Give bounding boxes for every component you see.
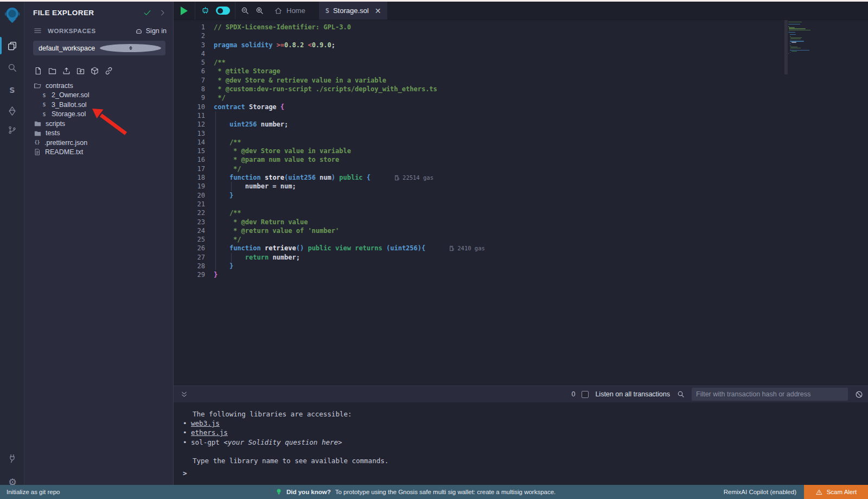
line-number[interactable]: 18 (174, 173, 205, 182)
line-number[interactable]: 26 (174, 244, 205, 252)
line-number[interactable]: 12 (174, 120, 205, 129)
code-line[interactable]: 8 * @custom:dev-run-script ./scripts/dep… (174, 85, 485, 93)
file-row--prettierrc-json[interactable]: {}.prettierrc.json (24, 138, 173, 148)
git-icon[interactable] (0, 119, 24, 140)
line-number[interactable]: 8 (174, 85, 205, 93)
new-file-icon[interactable] (34, 66, 43, 75)
line-number[interactable]: 4 (174, 49, 205, 58)
code-line[interactable]: 21 (174, 200, 485, 209)
line-number[interactable]: 29 (174, 270, 205, 279)
code-line[interactable]: 11 (174, 111, 485, 120)
line-number[interactable]: 20 (174, 191, 205, 200)
code-line[interactable]: 7 * @dev Store & retrieve value in a var… (174, 76, 485, 85)
transaction-filter-input[interactable] (692, 388, 848, 401)
line-number[interactable]: 17 (174, 165, 205, 173)
tab-storage-sol[interactable]: S Storage.sol ✕ (319, 2, 388, 20)
file-row-storage-sol[interactable]: SStorage.sol (24, 110, 173, 119)
git-init-button[interactable]: Initialize as git repo (7, 489, 60, 495)
panel-forward-icon[interactable] (158, 9, 167, 17)
deploy-run-icon[interactable] (0, 100, 24, 121)
folder-row-contracts[interactable]: contracts (24, 81, 173, 91)
minimap-slider[interactable] (784, 20, 788, 74)
code-editor[interactable]: 1// SPDX-License-Identifier: GPL-3.023pr… (174, 20, 868, 386)
line-number[interactable]: 6 (174, 67, 205, 75)
terminal-search-icon[interactable] (676, 390, 685, 399)
line-number[interactable]: 7 (174, 76, 205, 85)
ai-copilot-robot-icon[interactable] (200, 5, 210, 16)
line-number[interactable]: 16 (174, 155, 205, 164)
code-line[interactable]: 14 /** (174, 138, 485, 147)
workspaces-menu-icon[interactable] (33, 26, 42, 35)
copilot-toggle[interactable] (216, 7, 230, 15)
code-line[interactable]: 6 * @title Storage (174, 67, 485, 75)
code-line[interactable]: 28 } (174, 262, 485, 270)
ipfs-publish-icon[interactable] (90, 66, 99, 75)
plugin-manager-icon[interactable] (0, 448, 24, 469)
code-line[interactable]: 25 */ (174, 235, 485, 244)
folder-row-scripts[interactable]: scripts (24, 119, 173, 129)
line-number[interactable]: 27 (174, 253, 205, 262)
code-line[interactable]: 5/** (174, 58, 485, 67)
code-line[interactable]: 10contract Storage { (174, 103, 485, 111)
terminal-link[interactable]: web3.js (191, 419, 220, 427)
code-line[interactable]: 15 * @dev Store value in variable (174, 147, 485, 155)
code-line[interactable]: 20 } (174, 191, 485, 200)
code-line[interactable]: 27 return number; (174, 253, 485, 262)
line-number[interactable]: 1 (174, 23, 205, 31)
code-line[interactable]: 1// SPDX-License-Identifier: GPL-3.0 (174, 23, 485, 31)
folder-row-tests[interactable]: tests (24, 129, 173, 138)
line-number[interactable]: 25 (174, 235, 205, 244)
upload-file-icon[interactable] (62, 66, 71, 75)
line-number[interactable]: 19 (174, 182, 205, 191)
code-line[interactable]: 19 number = num; (174, 182, 485, 191)
line-number[interactable]: 5 (174, 58, 205, 67)
line-number[interactable]: 21 (174, 200, 205, 209)
code-line[interactable]: 16 * @param num value to store (174, 155, 485, 164)
scam-alert-button[interactable]: Scam Alert (804, 485, 868, 499)
zoom-out-icon[interactable] (240, 6, 250, 15)
line-number[interactable]: 15 (174, 147, 205, 155)
copilot-status[interactable]: RemixAI Copilot (enabled) (724, 489, 796, 495)
check-icon[interactable] (143, 8, 152, 17)
tab-home[interactable]: Home (270, 7, 314, 15)
terminal-link[interactable]: ethers.js (191, 428, 228, 437)
sign-in-button[interactable]: Sign in (135, 27, 167, 35)
code-line[interactable]: 26 function retrieve() public view retur… (174, 244, 485, 252)
zoom-in-icon[interactable] (255, 6, 264, 15)
file-row-readme-txt[interactable]: README.txt (24, 148, 173, 157)
file-row-3-ballot-sol[interactable]: S3_Ballot.sol (24, 100, 173, 110)
code-line[interactable]: 23 * @dev Return value (174, 218, 485, 226)
line-number[interactable]: 22 (174, 209, 205, 217)
link-icon[interactable] (104, 66, 113, 75)
line-number[interactable]: 24 (174, 226, 205, 235)
code-line[interactable]: 29} (174, 270, 485, 279)
terminal-prompt[interactable]: > (183, 469, 187, 477)
line-number[interactable]: 2 (174, 31, 205, 40)
run-script-button[interactable] (181, 7, 188, 15)
line-number[interactable]: 13 (174, 129, 205, 138)
line-number[interactable]: 3 (174, 41, 205, 49)
search-icon[interactable] (0, 57, 24, 78)
code-line[interactable]: 17 */ (174, 165, 485, 173)
line-number[interactable]: 28 (174, 262, 205, 270)
code-line[interactable]: 9 */ (174, 93, 485, 102)
code-line[interactable]: 3pragma solidity >=0.8.2 <0.9.0; (174, 41, 485, 49)
upload-folder-icon[interactable] (76, 66, 85, 75)
line-number[interactable]: 14 (174, 138, 205, 147)
code-line[interactable]: 4 (174, 49, 485, 58)
close-tab-icon[interactable]: ✕ (375, 7, 381, 15)
code-line[interactable]: 24 * @return value of 'number' (174, 226, 485, 235)
listen-all-transactions-checkbox[interactable] (582, 391, 589, 398)
line-number[interactable]: 11 (174, 111, 205, 120)
code-line[interactable]: 13 (174, 129, 485, 138)
file-explorer-icon[interactable] (0, 35, 24, 56)
workspace-select[interactable]: default_workspace (33, 41, 165, 55)
line-number[interactable]: 23 (174, 218, 205, 226)
minimap[interactable] (788, 22, 840, 54)
remix-logo[interactable] (2, 5, 22, 25)
collapse-terminal-icon[interactable] (180, 390, 188, 399)
code-line[interactable]: 18 function store(uint256 num) public {2… (174, 173, 485, 182)
solidity-compiler-icon[interactable]: S (0, 80, 24, 100)
code-line[interactable]: 12 uint256 number; (174, 120, 485, 129)
code-line[interactable]: 22 /** (174, 209, 485, 217)
